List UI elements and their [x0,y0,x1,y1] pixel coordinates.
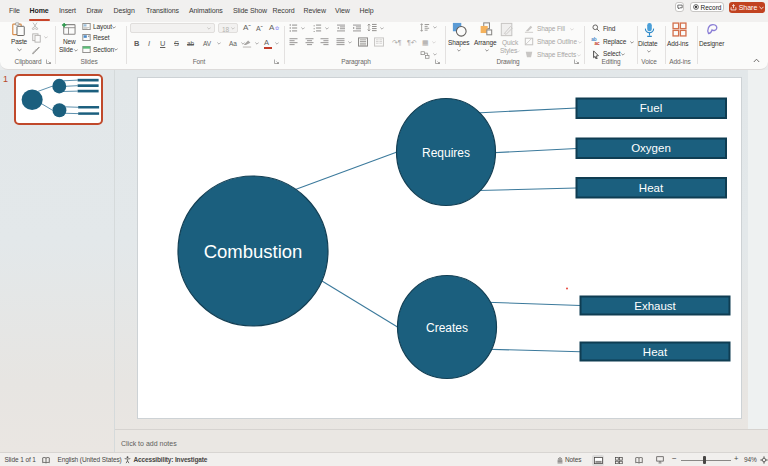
svg-text:Combustion: Combustion [204,241,303,262]
svg-text:Heat: Heat [639,182,664,194]
svg-text:Oxygen: Oxygen [631,142,671,154]
svg-text:Fuel: Fuel [640,102,662,114]
svg-text:Exhaust: Exhaust [634,300,676,312]
svg-text:Requires: Requires [422,146,470,160]
svg-text:ac: ac [594,41,600,45]
svg-text:Creates: Creates [426,321,468,335]
svg-text:Heat: Heat [643,346,668,358]
